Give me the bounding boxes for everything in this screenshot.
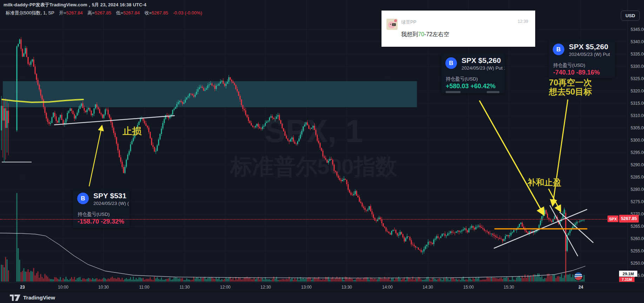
time-axis-label: 15:00 (463, 285, 474, 290)
annotation-stop-loss[interactable]: 止损 (122, 125, 141, 137)
pl-value: -740.10 -89.16% (553, 69, 600, 76)
chat-timestamp: 12:39 (518, 19, 528, 24)
price-tag-value: 5267.85 (619, 215, 639, 223)
price-axis-label: 5345.00 (631, 27, 644, 32)
pl-value: +580.03 +60.42% (446, 83, 496, 90)
ohlc-close: 收=5267.85 (145, 10, 168, 15)
time-axis-label: 11:30 (179, 285, 190, 290)
position-title: SPY $531 (93, 192, 126, 200)
price-axis-label: 5260.00 (631, 236, 644, 241)
position-title: SPX $5,260 (569, 43, 608, 51)
annotation-trade-plan[interactable]: 70再空一次 想去50目标 (549, 78, 592, 96)
time-axis-label: 10:00 (58, 285, 68, 290)
ohlc-high: 高=5267.85 (87, 10, 111, 15)
position-subtitle: 2024/05/23 (W) ( (93, 201, 129, 206)
chat-message-card: 绿豆PP 12:39 我想到70-72左右空 (381, 11, 535, 47)
price-axis-label: 5305.00 (631, 125, 644, 130)
volume-label-session: 29.1M (619, 271, 637, 277)
time-axis-label: 23 (20, 285, 25, 290)
buy-badge: B (77, 193, 89, 204)
buy-badge: B (445, 57, 457, 69)
volume-ma-line (0, 233, 585, 278)
highlight-zone (3, 81, 417, 107)
time-axis-label: 12:30 (260, 285, 271, 290)
position-card-spx-mid[interactable]: B SPX $5,260 2024/05/23 (W) Put 1 持仓盈亏(U… (441, 53, 505, 93)
price-axis-label: 5340.00 (631, 39, 644, 44)
footer-bar: TradingView (0, 292, 644, 303)
price-axis-label: 5285.00 (631, 175, 644, 180)
pl-label: 持仓盈亏(USD) (78, 211, 110, 218)
tradingview-logo-icon (10, 295, 20, 301)
price-axis-label: 5290.00 (631, 162, 644, 167)
symbol-name: 标准普尔500指数, 1, SP (6, 10, 54, 15)
price-axis[interactable]: 5345.005340.005335.005330.005325.005320.… (628, 0, 644, 282)
price-axis-label: 5315.00 (631, 101, 644, 106)
currency-toggle-button[interactable]: USD (621, 11, 640, 21)
price-axis-label: 5310.00 (631, 113, 644, 118)
symbol-legend[interactable]: 标准普尔500指数, 1, SP 开=5267.84 高=5267.85 低=5… (6, 10, 202, 16)
price-axis-label: 5275.00 (631, 199, 644, 204)
published-byline: milk-daddy-PP发表于TradingView.com，5月 23, 2… (4, 2, 146, 8)
time-axis-label: 13:00 (301, 285, 312, 290)
price-axis-label: 5250.00 (631, 261, 644, 266)
time-axis[interactable]: 2310:0010:3011:0011:3012:0012:3013:0013:… (0, 282, 644, 292)
time-axis-label: 12:00 (220, 285, 231, 290)
position-card-spy[interactable]: B SPY $531 2024/05/23 (W) ( 持仓盈亏(USD) -1… (73, 189, 130, 228)
price-tag-symbol: SPX (608, 215, 618, 222)
annotation-take-profit[interactable]: 补和止盈 (527, 177, 561, 188)
ohlc-open: 开=5267.84 (59, 10, 83, 15)
price-axis-label: 5330.00 (631, 64, 644, 69)
chart-canvas[interactable] (0, 0, 644, 282)
sp-logo-icon (574, 272, 583, 281)
time-axis-label: 14:30 (423, 285, 433, 290)
tradingview-brand-link[interactable]: TradingView (23, 295, 55, 301)
chat-username: 绿豆PP (401, 19, 416, 25)
position-subtitle: 2024/05/23 (W) Put 1 (462, 65, 505, 71)
price-axis-label: 5335.00 (631, 52, 644, 57)
last-price-line (0, 219, 628, 220)
position-subtitle: 2024/05/23 (W) Put (569, 52, 610, 57)
price-axis-label: 5300.00 (631, 138, 644, 143)
time-axis-label: 14:00 (382, 285, 393, 290)
pl-label: 持仓盈亏(USD) (553, 62, 585, 69)
time-axis-label: 11:00 (139, 285, 149, 290)
position-card-spx-right[interactable]: B SPX $5,260 2024/05/23 (W) Put 持仓盈亏(USD… (549, 40, 615, 78)
price-axis-label: 5320.00 (631, 89, 644, 94)
price-axis-label: 5295.00 (631, 150, 644, 155)
time-axis-label: 13:30 (341, 285, 352, 290)
time-axis-label: 24 (578, 285, 583, 290)
avatar (386, 19, 398, 30)
ohlc-low: 低=5267.84 (116, 10, 140, 15)
price-change: -0.03 (-0.00%) (173, 10, 202, 15)
chat-message-text: 我想到70-72左右空 (401, 31, 449, 38)
pl-label: 持仓盈亏(USD) (446, 76, 478, 82)
volume-label-current: 7.31M (619, 277, 635, 282)
price-axis-label: 5265.00 (631, 224, 644, 229)
position-title: SPX $5,260 (462, 56, 501, 65)
buy-badge: B (553, 44, 564, 55)
price-axis-label: 5280.00 (631, 187, 644, 192)
price-axis-label: 5325.00 (631, 76, 644, 81)
tradingview-chart-window: SPX, 1 标准普尔500指数 milk-daddy-PP发表于Trading… (0, 0, 644, 303)
time-axis-label: 15:30 (504, 285, 514, 290)
time-axis-label: 10:30 (98, 285, 109, 290)
price-axis-label: 5255.00 (631, 249, 644, 253)
